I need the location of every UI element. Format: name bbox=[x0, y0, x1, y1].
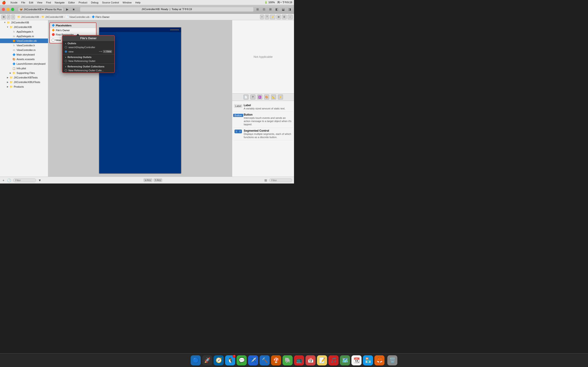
window-maximize-button[interactable] bbox=[11, 8, 14, 11]
breadcrumb-project[interactable]: JXControllerXIB bbox=[21, 16, 39, 18]
navigator-toggle[interactable]: ◧ bbox=[274, 7, 279, 12]
menu-source-control[interactable]: Source Control bbox=[102, 1, 119, 4]
disclosure-tests[interactable] bbox=[6, 76, 9, 79]
chevron-icon: ▸ bbox=[43, 8, 44, 11]
ref-collection-circle[interactable] bbox=[65, 69, 67, 72]
sidebar-item-appdelegate-m[interactable]: m AppDelegate.m bbox=[0, 34, 48, 39]
inspector-tab-attributes[interactable]: 🎨 bbox=[264, 94, 269, 100]
sidebar-item-appdelegate-h[interactable]: h AppDelegate.h bbox=[0, 29, 48, 34]
secondary-right-icons: + ? ⚡ ⊞ ☰ ↔ bbox=[260, 15, 293, 19]
menu-xcode[interactable]: Xcode bbox=[10, 1, 17, 4]
disclosure-group[interactable] bbox=[6, 26, 9, 28]
sidebar-item-launchscreen[interactable]: 🔷 LaunchScreen.storyboard bbox=[0, 61, 48, 66]
view-checkbox[interactable] bbox=[52, 39, 54, 42]
breadcrumb-xib[interactable]: ViewController.xib bbox=[69, 16, 90, 18]
outlets-disclosure[interactable] bbox=[65, 42, 67, 45]
new-ref-outlet-row[interactable]: New Referencing Outlet bbox=[62, 59, 114, 63]
disclosure-supporting[interactable] bbox=[9, 72, 11, 74]
menu-edit[interactable]: Edit bbox=[29, 1, 33, 4]
menu-window[interactable]: Window bbox=[123, 1, 132, 4]
ref-outlets-disclosure[interactable] bbox=[65, 56, 67, 58]
h-file-icon: h bbox=[12, 30, 16, 33]
menu-help[interactable]: Help bbox=[135, 1, 141, 4]
editor-version-button[interactable]: ⊠ bbox=[268, 7, 273, 12]
outlet-circle-view[interactable] bbox=[65, 50, 67, 53]
window-close-button[interactable] bbox=[2, 8, 5, 11]
inspector-filter-input[interactable] bbox=[269, 178, 292, 182]
embed-btn[interactable]: ☰ bbox=[282, 15, 287, 19]
sidebar-filter-input[interactable] bbox=[13, 178, 36, 182]
sidebar-item-tests[interactable]: 📁 JXControllerXIBTests bbox=[0, 75, 48, 80]
add-item-button[interactable]: + bbox=[2, 178, 5, 182]
inspector-filter-btn[interactable]: ⊞ bbox=[264, 178, 268, 182]
window-minimize-button[interactable] bbox=[6, 8, 10, 11]
menu-debug[interactable]: Debug bbox=[91, 1, 98, 4]
inspector-btn[interactable]: ? bbox=[265, 15, 269, 19]
sidebar-item-viewcontroller-xib[interactable]: 🔶 ViewController.xib bbox=[0, 39, 48, 43]
sidebar-label-viewcontroller-m: ViewController.m bbox=[17, 49, 36, 51]
navigator-toggle-btn[interactable]: ⊞ bbox=[1, 15, 6, 19]
disclosure-ui-tests[interactable] bbox=[6, 81, 9, 83]
divider-2 bbox=[62, 64, 114, 64]
disclosure-root[interactable] bbox=[4, 21, 6, 24]
sidebar-item-products[interactable]: 📁 Products bbox=[0, 84, 48, 89]
run-button[interactable]: ▶ bbox=[65, 7, 70, 12]
inspector-tab-size[interactable]: 📐 bbox=[271, 94, 276, 100]
view-badge[interactable]: ✕ View bbox=[103, 50, 112, 53]
segmented-info: Segmented Control Displays multiple segm… bbox=[244, 129, 292, 139]
sidebar-item-root[interactable]: 📁 JXControllerXIB bbox=[0, 20, 48, 25]
disclosure-products[interactable] bbox=[6, 85, 9, 88]
h-file-icon2: h bbox=[12, 44, 16, 47]
placeholder-files-owner[interactable]: 🔶 File's Owner bbox=[50, 28, 96, 32]
connections-btn[interactable]: ⚡ bbox=[270, 15, 275, 19]
placeholders-icon: 🔷 bbox=[52, 24, 55, 27]
editor-standard-button[interactable]: ⊞ bbox=[255, 7, 260, 12]
stop-button[interactable]: ■ bbox=[71, 7, 76, 12]
sidebar-item-ui-tests[interactable]: 📁 JXControllerXIBUITests bbox=[0, 80, 48, 84]
outlet-view[interactable]: view ⟶ ✕ View bbox=[62, 49, 114, 54]
ref-collections-disclosure[interactable] bbox=[65, 65, 67, 68]
menu-navigate[interactable]: Navigate bbox=[55, 1, 65, 4]
menu-file[interactable]: File bbox=[21, 1, 25, 4]
menu-product[interactable]: Product bbox=[78, 1, 87, 4]
sidebar-label-products: Products bbox=[14, 85, 24, 88]
new-ref-collection-row[interactable]: New Referencing Outlet Colle... bbox=[62, 68, 114, 73]
inspector-tab-connections[interactable]: ⚡ bbox=[278, 94, 283, 100]
inspector-toggle[interactable]: ◨ bbox=[287, 7, 292, 12]
x-button[interactable]: ✕ bbox=[104, 50, 106, 53]
scheme-selector[interactable]: 📦 JXControllerXIB ▸ iPhone 6s Plus bbox=[18, 7, 63, 11]
editor-assistant-button[interactable]: ⊟ bbox=[261, 7, 267, 12]
sidebar-item-group[interactable]: 📁 JXControllerXIB bbox=[0, 25, 48, 29]
sidebar-label-ui-tests: JXControllerXIBUITests bbox=[14, 81, 40, 83]
sidebar-label-assets: Assets.xcassets bbox=[17, 58, 35, 60]
outlet-name-view: view bbox=[69, 50, 73, 53]
clock-icon[interactable]: 🕐 bbox=[6, 178, 12, 182]
inspector-tab-identity[interactable]: 🆔 bbox=[257, 94, 262, 100]
back-button[interactable]: ‹ bbox=[7, 15, 10, 19]
forward-button[interactable]: › bbox=[11, 15, 15, 19]
sidebar-item-viewcontroller-m[interactable]: m ViewController.m bbox=[0, 48, 48, 52]
filter-toggle[interactable]: ▼ bbox=[37, 178, 42, 182]
inspector-tab-quickhelp[interactable]: ? bbox=[250, 94, 255, 100]
outlet-search-display[interactable]: searchDisplayController bbox=[62, 45, 114, 49]
new-ref-outlet-label: New Referencing Outlet bbox=[69, 60, 95, 62]
menu-view[interactable]: View bbox=[37, 1, 43, 4]
sidebar-item-assets[interactable]: 🎨 Assets.xcassets bbox=[0, 57, 48, 61]
add-file-button[interactable]: + bbox=[260, 15, 264, 19]
menu-find[interactable]: Find bbox=[46, 1, 51, 4]
launch-storyboard-icon: 🔷 bbox=[12, 62, 16, 65]
ref-outlet-circle[interactable] bbox=[65, 60, 67, 62]
sidebar-item-main-storyboard[interactable]: 🔷 Main.storyboard bbox=[0, 52, 48, 57]
debug-toggle[interactable]: ⬓ bbox=[281, 7, 286, 12]
menu-editor[interactable]: Editor bbox=[68, 1, 75, 4]
outlet-circle-search[interactable] bbox=[65, 46, 67, 48]
breadcrumb-owner[interactable]: File's Owner bbox=[95, 16, 110, 18]
sidebar-item-supporting-files[interactable]: 📁 Supporting Files bbox=[0, 71, 48, 75]
breadcrumb-group[interactable]: JXControllerXIB bbox=[45, 16, 63, 18]
sidebar-item-info-plist[interactable]: 📋 Info.plist bbox=[0, 66, 48, 71]
apple-menu[interactable]: 🍎 bbox=[2, 1, 6, 4]
inspector-tab-file[interactable]: 📄 bbox=[243, 94, 249, 100]
align-btn[interactable]: ↔ bbox=[288, 15, 293, 19]
sidebar-item-viewcontroller-h[interactable]: h ViewController.h bbox=[0, 43, 48, 48]
constraints-btn[interactable]: ⊞ bbox=[276, 15, 281, 19]
